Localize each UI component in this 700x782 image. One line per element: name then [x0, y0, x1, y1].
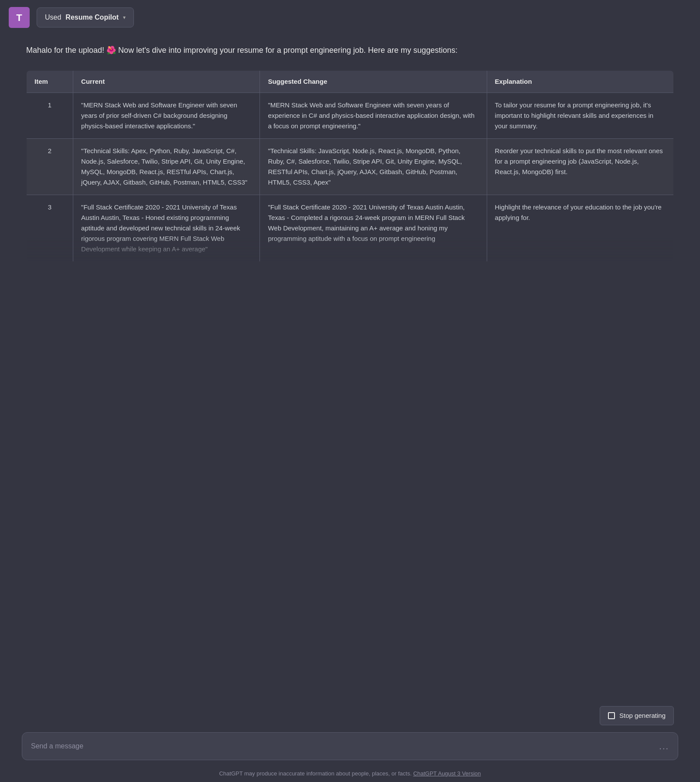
table-row: 1 "MERN Stack Web and Software Engineer … — [27, 93, 674, 139]
col-header-suggested: Suggested Change — [260, 70, 487, 93]
col-header-explanation: Explanation — [487, 70, 673, 93]
more-options-button[interactable]: ... — [659, 740, 669, 753]
col-header-item: Item — [27, 70, 73, 93]
row-2-item: 2 — [27, 139, 73, 195]
tool-badge-prefix: Used — [45, 12, 61, 23]
tool-badge[interactable]: Used Resume Copilot ▾ — [37, 7, 134, 27]
footer: ChatGPT may produce inaccurate informati… — [0, 769, 700, 778]
logo-icon: T — [9, 7, 30, 28]
row-1-current: "MERN Stack Web and Software Engineer wi… — [73, 93, 260, 139]
row-3-explanation: Highlight the relevance of your educatio… — [487, 195, 673, 262]
tool-badge-name: Resume Copilot — [65, 12, 119, 23]
suggestions-table: Item Current Suggested Change Explanatio… — [26, 70, 674, 262]
main-content: Mahalo for the upload! 🌺 Now let's dive … — [0, 35, 700, 782]
message-input[interactable] — [31, 742, 659, 750]
row-1-item: 1 — [27, 93, 73, 139]
intro-text: Mahalo for the upload! 🌺 Now let's dive … — [26, 44, 506, 57]
chevron-down-icon: ▾ — [123, 14, 126, 21]
table-row: 2 "Technical Skills: Apex, Python, Ruby,… — [27, 139, 674, 195]
row-1-explanation: To tailor your resume for a prompt engin… — [487, 93, 673, 139]
stop-icon — [608, 712, 615, 719]
row-3-item: 3 — [27, 195, 73, 262]
row-3-suggested: "Full Stack Certificate 2020 - 2021 Univ… — [260, 195, 487, 262]
col-header-current: Current — [73, 70, 260, 93]
header: T Used Resume Copilot ▾ — [0, 0, 700, 35]
footer-disclaimer: ChatGPT may produce inaccurate informati… — [219, 770, 411, 777]
row-1-suggested: "MERN Stack Web and Software Engineer wi… — [260, 93, 487, 139]
row-2-current: "Technical Skills: Apex, Python, Ruby, J… — [73, 139, 260, 195]
row-3-current: "Full Stack Certificate 2020 - 2021 Univ… — [73, 195, 260, 262]
message-input-bar[interactable]: ... — [22, 732, 678, 760]
row-2-explanation: Reorder your technical skills to put the… — [487, 139, 673, 195]
table-row: 3 "Full Stack Certificate 2020 - 2021 Un… — [27, 195, 674, 262]
stop-generating-button[interactable]: Stop generating — [600, 706, 674, 726]
row-2-suggested: "Technical Skills: JavaScript, Node.js, … — [260, 139, 487, 195]
footer-version-link[interactable]: ChatGPT August 3 Version — [413, 770, 481, 777]
stop-generating-label: Stop generating — [619, 711, 666, 721]
